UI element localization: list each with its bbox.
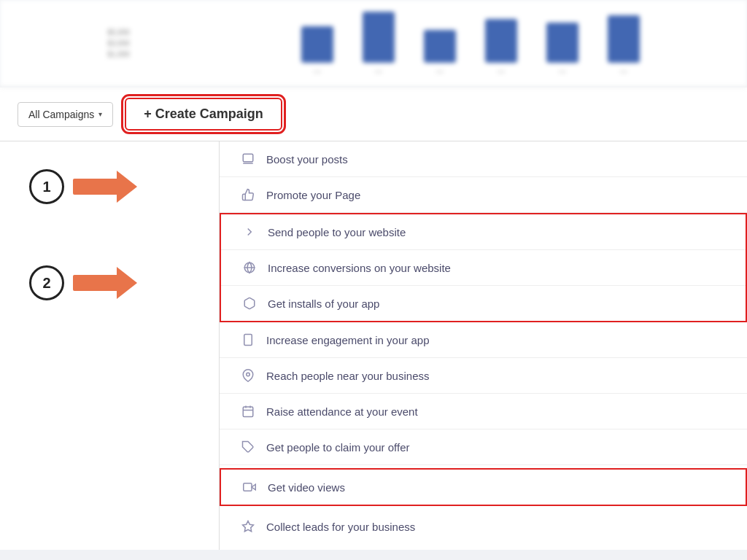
- menu-item-collect-leads[interactable]: Collect leads for your business: [220, 509, 747, 544]
- chart-bar: [608, 15, 640, 63]
- boost-posts-icon: [240, 151, 256, 167]
- step2-arrow-container: [73, 267, 137, 299]
- chart-bar-group: —: [363, 12, 395, 75]
- svg-marker-12: [252, 484, 255, 490]
- menu-item-label: Boost your posts: [266, 153, 348, 166]
- chart-bar-group: —: [301, 26, 333, 75]
- menu-item-label: Collect leads for your business: [266, 521, 415, 533]
- menu-item-claim-offer[interactable]: Get people to claim your offer: [220, 429, 747, 465]
- step1-arrow-head: [117, 171, 137, 203]
- chart-bar: [546, 23, 578, 63]
- menu-item-label: Get video views: [268, 481, 345, 494]
- step1-arrow-container: [73, 171, 137, 203]
- collect-leads-icon: [240, 518, 256, 534]
- chart-bar: [363, 12, 395, 63]
- chart-area: $5,000 $3,000 $1,000 — — — — — —: [0, 0, 747, 88]
- step1-circle: 1: [29, 169, 64, 204]
- chart-bar: [301, 26, 333, 63]
- chart-bar-group: —: [608, 15, 640, 75]
- chart-y-labels: $5,000 $3,000 $1,000: [107, 28, 130, 58]
- chart-x-label: —: [609, 67, 638, 75]
- red-border-group-2: Get video views: [220, 468, 747, 506]
- step2-arrow-head: [117, 267, 137, 299]
- step2-row: 2: [29, 265, 137, 300]
- chevron-down-icon: ▾: [98, 110, 102, 118]
- menu-item-boost-posts[interactable]: Boost your posts: [220, 141, 747, 177]
- create-campaign-button[interactable]: + Create Campaign: [125, 98, 282, 131]
- chart-bar: [424, 30, 456, 63]
- chart-bar-group: —: [546, 23, 578, 75]
- chart-x-label: —: [487, 67, 516, 75]
- menu-item-video-views[interactable]: Get video views: [221, 470, 746, 505]
- menu-item-reach-local[interactable]: Reach people near your business: [220, 358, 747, 394]
- main-content: 1 2: [0, 141, 747, 550]
- event-attendance-icon: [240, 403, 256, 419]
- chart-bar-group: —: [424, 30, 456, 75]
- menu-item-label: Reach people near your business: [266, 370, 429, 382]
- svg-point-6: [247, 373, 250, 376]
- menu-item-app-installs[interactable]: Get installs of your app: [221, 286, 746, 321]
- video-views-icon: [241, 479, 258, 495]
- svg-rect-0: [243, 154, 253, 162]
- all-campaigns-label: All Campaigns: [28, 109, 94, 120]
- toolbar: All Campaigns ▾ + Create Campaign: [0, 88, 747, 141]
- svg-marker-14: [243, 521, 254, 532]
- send-website-icon: [241, 224, 258, 240]
- step-indicators: 1 2: [0, 141, 219, 550]
- app-engagement-icon: [240, 332, 256, 348]
- chart-x-label: —: [303, 67, 332, 75]
- menu-item-promote-page[interactable]: Promote your Page: [220, 177, 747, 213]
- chart-y-label: $1,000: [107, 50, 130, 58]
- menu-item-conversions[interactable]: Increase conversions on your website: [221, 250, 746, 286]
- red-border-group-1: Send people to your website Increase con…: [220, 213, 747, 322]
- menu-item-label: Send people to your website: [268, 226, 406, 238]
- chart-x-label: —: [364, 67, 393, 75]
- menu-item-send-website[interactable]: Send people to your website: [221, 214, 746, 250]
- chart-bar: [485, 19, 517, 63]
- menu-item-label: Raise attendance at your event: [266, 405, 418, 418]
- chart-bar-group: —: [485, 19, 517, 75]
- reach-local-icon: [240, 368, 256, 384]
- step1-arrow-shaft: [73, 179, 117, 195]
- app-installs-icon: [241, 295, 258, 311]
- chart-y-label: $3,000: [107, 39, 130, 47]
- chart-x-label: —: [548, 67, 577, 75]
- create-campaign-label: + Create Campaign: [144, 106, 263, 121]
- menu-item-label: Get people to claim your offer: [266, 441, 410, 454]
- step1-row: 1: [29, 169, 137, 204]
- menu-item-label: Get installs of your app: [268, 298, 379, 310]
- menu-item-event-attendance[interactable]: Raise attendance at your event: [220, 394, 747, 429]
- step2-arrow-shaft: [73, 275, 117, 291]
- campaign-menu: Boost your posts Promote your Page Send …: [219, 141, 747, 550]
- all-campaigns-button[interactable]: All Campaigns ▾: [18, 102, 113, 127]
- chart-y-label: $5,000: [107, 28, 130, 36]
- promote-page-icon: [240, 187, 256, 203]
- step1-number: 1: [42, 179, 50, 195]
- conversions-icon: [241, 260, 258, 276]
- chart-x-label: —: [425, 67, 454, 75]
- step2-number: 2: [42, 275, 50, 292]
- menu-item-label: Increase engagement in your app: [266, 334, 429, 346]
- svg-rect-7: [243, 407, 253, 417]
- svg-rect-13: [244, 483, 252, 491]
- menu-item-app-engagement[interactable]: Increase engagement in your app: [220, 322, 747, 358]
- menu-item-label: Increase conversions on your website: [268, 262, 451, 274]
- menu-item-label: Promote your Page: [266, 189, 360, 201]
- step2-circle: 2: [29, 265, 64, 300]
- claim-offer-icon: [240, 439, 256, 455]
